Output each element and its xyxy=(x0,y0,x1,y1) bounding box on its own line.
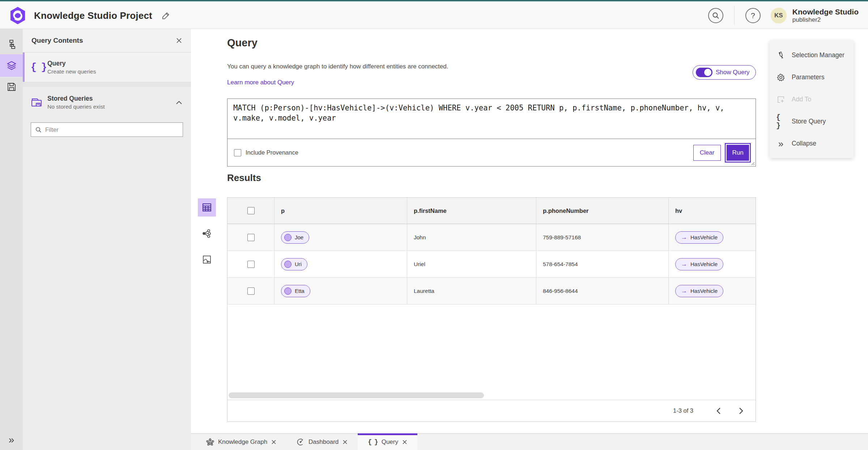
tab-dashboard[interactable]: Dashboard xyxy=(286,434,358,450)
learn-more-link[interactable]: Learn more about Query xyxy=(227,79,294,86)
include-provenance-checkbox[interactable] xyxy=(234,149,241,156)
tab-query[interactable]: { } Query xyxy=(358,434,417,450)
menu-item-label: Parameters xyxy=(792,73,824,81)
rail-item-save[interactable] xyxy=(0,77,23,97)
horizontal-scrollbar[interactable] xyxy=(229,392,484,398)
relationship-chip-label: HasVehicle xyxy=(690,288,718,294)
close-tab-button[interactable] xyxy=(402,440,407,445)
add-to-icon xyxy=(776,95,786,104)
relationship-chip[interactable]: → HasVehicle xyxy=(675,231,723,244)
table-row[interactable]: Uri Uriel 578-654-7854 → HasVehicle xyxy=(227,251,756,278)
tab-label: Dashboard xyxy=(309,438,339,446)
table-header-row: p p.firstName p.phoneNumber hv xyxy=(227,198,756,224)
select-all-checkbox[interactable] xyxy=(247,207,255,214)
panel-title: Query Contents xyxy=(31,37,83,45)
close-panel-button[interactable] xyxy=(176,37,182,44)
link-chart-icon xyxy=(202,229,212,238)
double-chevron-right-icon: » xyxy=(776,139,786,148)
chevron-up-icon xyxy=(176,100,182,105)
search-button[interactable] xyxy=(708,8,723,23)
tab-label: Query xyxy=(382,438,398,446)
editor-toolbar: Include Provenance Clear Run xyxy=(227,139,756,166)
entity-chip[interactable]: Uri xyxy=(281,258,307,270)
resize-handle-icon[interactable] xyxy=(750,161,755,165)
chevron-left-icon xyxy=(716,407,721,415)
cell-firstname: Uriel xyxy=(407,251,536,277)
panel-header: Query Contents xyxy=(23,29,191,52)
close-tab-button[interactable] xyxy=(342,440,348,445)
menu-item-label: Store Query xyxy=(792,118,826,125)
previous-page-button[interactable] xyxy=(712,404,725,417)
run-button[interactable]: Run xyxy=(727,145,749,161)
panel-item-stored-queries[interactable]: Stored Queries No stored queries exist xyxy=(23,87,191,118)
chevron-right-icon xyxy=(739,407,744,415)
rail-item-queries[interactable] xyxy=(0,54,23,77)
row-checkbox[interactable] xyxy=(247,234,255,241)
entity-chip[interactable]: Etta xyxy=(281,285,310,297)
close-icon xyxy=(176,37,182,44)
column-header-firstname[interactable]: p.firstName xyxy=(407,198,536,224)
tab-knowledge-graph[interactable]: Knowledge Graph xyxy=(196,434,286,450)
menu-item-parameters[interactable]: Parameters xyxy=(770,66,854,88)
cell-phonenumber: 578-654-7854 xyxy=(536,251,669,277)
top-accent-strip xyxy=(0,0,868,2)
query-editor: MATCH (p:Person)-[hv:HasVehicle]->(v:Veh… xyxy=(227,98,756,167)
table-row[interactable]: Joe John 759-889-57168 → HasVehicle xyxy=(227,224,756,251)
show-query-label: Show Query xyxy=(716,69,750,76)
entity-dot-icon xyxy=(284,261,292,268)
help-icon: ? xyxy=(751,11,755,20)
show-query-toggle[interactable]: Show Query xyxy=(693,65,756,80)
close-tab-button[interactable] xyxy=(271,440,276,445)
cell-firstname: John xyxy=(407,224,536,251)
entity-chip-label: Joe xyxy=(295,234,303,240)
menu-item-label: Selection Manager xyxy=(792,51,844,59)
rail-item-hierarchy[interactable] xyxy=(0,34,23,54)
stored-item-label: Stored Queries xyxy=(47,95,105,102)
entity-dot-icon xyxy=(284,234,292,241)
column-header-hv[interactable]: hv xyxy=(669,198,756,224)
arrow-right-icon: → xyxy=(681,234,687,240)
table-row[interactable]: Etta Lauretta 846-956-8644 → HasVehicle xyxy=(227,278,756,304)
stored-item-sublabel: No stored queries exist xyxy=(47,104,105,110)
results-title: Results xyxy=(227,172,261,184)
query-description: You can query a knowledge graph to ident… xyxy=(227,63,448,70)
user-avatar[interactable]: KS xyxy=(771,8,787,24)
relationship-chip[interactable]: → HasVehicle xyxy=(675,285,723,297)
column-header-phonenumber[interactable]: p.phoneNumber xyxy=(536,198,669,224)
menu-item-selection-manager[interactable]: Selection Manager xyxy=(770,44,854,66)
relationship-chip[interactable]: → HasVehicle xyxy=(675,258,723,270)
collapse-section-button[interactable] xyxy=(176,100,182,105)
results-table: p p.firstName p.phoneNumber hv Joe John … xyxy=(227,197,756,422)
filter-input[interactable] xyxy=(45,126,178,133)
table-view-button[interactable] xyxy=(198,198,216,216)
cell-phonenumber: 759-889-57168 xyxy=(536,224,669,251)
entity-dot-icon xyxy=(284,287,292,295)
panel-item-query[interactable]: { } Query Create new queries xyxy=(23,52,191,82)
help-button[interactable]: ? xyxy=(745,8,761,23)
table-footer: 1-3 of 3 xyxy=(227,400,756,421)
menu-item-label: Add To xyxy=(792,96,811,103)
query-textarea[interactable]: MATCH (p:Person)-[hv:HasVehicle]->(v:Veh… xyxy=(227,99,756,139)
next-page-button[interactable] xyxy=(735,404,748,417)
row-checkbox[interactable] xyxy=(247,261,255,268)
dashboard-gauge-icon xyxy=(297,438,305,446)
map-view-button[interactable] xyxy=(198,251,216,269)
expand-rail-button[interactable]: » xyxy=(0,433,23,447)
query-contents-panel: Query Contents { } Query Create new quer… xyxy=(23,29,191,450)
edit-title-button[interactable] xyxy=(162,11,170,20)
toggle-switch-on[interactable] xyxy=(696,68,712,77)
menu-item-label: Collapse xyxy=(792,140,816,147)
menu-item-collapse[interactable]: » Collapse xyxy=(770,133,854,155)
entity-chip[interactable]: Joe xyxy=(281,231,309,244)
braces-icon: { } xyxy=(31,62,47,73)
layers-icon xyxy=(6,60,17,71)
clear-button[interactable]: Clear xyxy=(693,145,721,161)
column-header-p[interactable]: p xyxy=(275,198,407,224)
menu-item-store-query[interactable]: { } Store Query xyxy=(770,110,854,133)
table-icon xyxy=(202,202,212,213)
stored-item-text: Stored Queries No stored queries exist xyxy=(47,95,105,110)
row-checkbox[interactable] xyxy=(247,287,255,295)
bottom-tab-bar: Knowledge Graph Dashboard { xyxy=(191,433,868,450)
link-chart-view-button[interactable] xyxy=(198,224,216,243)
arrow-right-icon: → xyxy=(681,261,687,267)
